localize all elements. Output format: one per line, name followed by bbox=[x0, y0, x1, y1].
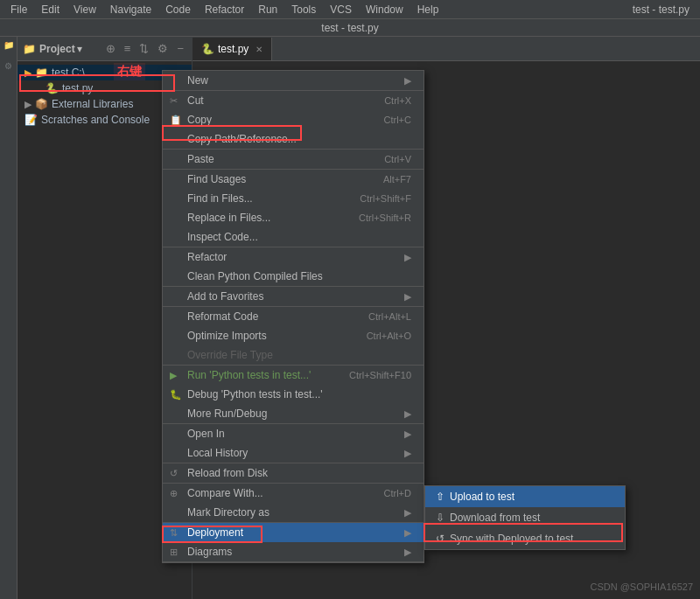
diagrams-label: Diagrams bbox=[187, 546, 232, 558]
minimize-icon[interactable]: − bbox=[174, 41, 186, 56]
upload-label: Upload to test bbox=[450, 491, 514, 503]
tree-item-scratches-label: Scratches and Console bbox=[41, 114, 150, 126]
menu-item-open-in[interactable]: Open In ▶ bbox=[163, 424, 424, 443]
local-history-label: Local History bbox=[187, 447, 248, 459]
project-dropdown-icon[interactable]: ▾ bbox=[77, 43, 82, 55]
sort-icon[interactable]: ⇅ bbox=[136, 41, 151, 56]
tab-test-py[interactable]: 🐍 test.py ✕ bbox=[192, 38, 272, 60]
ext-folder-arrow: ▶ bbox=[24, 99, 32, 110]
python-file-icon: 🐍 bbox=[46, 82, 59, 94]
context-menu-section-11: ⊕ Compare With... Ctrl+D Mark Directory … bbox=[163, 484, 424, 523]
context-menu-section-8: ▶ Run 'Python tests in test...' Ctrl+Shi… bbox=[163, 366, 424, 424]
menu-item-inspect-code[interactable]: Inspect Code... bbox=[163, 227, 424, 247]
run-tests-label: Run 'Python tests in test...' bbox=[187, 369, 311, 381]
sync-icon: ↺ bbox=[436, 533, 444, 545]
project-title: 📁 bbox=[23, 43, 36, 55]
menu-item-refactor[interactable]: Refactor ▶ bbox=[163, 247, 424, 267]
menu-item-new[interactable]: New ▶ bbox=[163, 71, 424, 90]
menu-item-cut[interactable]: ✂ Cut Ctrl+X bbox=[163, 91, 424, 110]
copy-shortcut: Ctrl+C bbox=[384, 115, 411, 125]
find-usages-shortcut: Alt+F7 bbox=[383, 174, 411, 185]
context-menu-section-9: Open In ▶ Local History ▶ bbox=[163, 424, 424, 463]
menu-item-mark-directory[interactable]: Mark Directory as ▶ bbox=[163, 503, 424, 522]
find-usages-label: Find Usages bbox=[187, 173, 246, 185]
collapse-icon[interactable]: ≡ bbox=[122, 41, 134, 56]
menu-item-optimize-imports[interactable]: Optimize Imports Ctrl+Alt+O bbox=[163, 326, 424, 345]
settings-icon[interactable]: ⚙ bbox=[155, 41, 171, 56]
upload-icon: ⇧ bbox=[436, 491, 444, 503]
sidebar-project-icon[interactable]: 📁 bbox=[2, 40, 16, 54]
menu-item-reload-disk[interactable]: ↺ Reload from Disk bbox=[163, 463, 424, 483]
menu-item-paste[interactable]: Paste Ctrl+V bbox=[163, 150, 424, 169]
menu-vcs[interactable]: VCS bbox=[323, 2, 359, 17]
submenu-item-download[interactable]: ⇩ Download from test bbox=[425, 507, 625, 528]
menu-item-deployment[interactable]: ⇅ Deployment ▶ bbox=[163, 523, 424, 542]
context-menu-section-3: Paste Ctrl+V bbox=[163, 150, 424, 170]
sync-label: Sync with Deployed to test bbox=[450, 533, 573, 545]
menu-tools[interactable]: Tools bbox=[284, 2, 323, 17]
titlebar: test - test.py bbox=[0, 19, 700, 37]
menu-item-diagrams[interactable]: ⊞ Diagrams ▶ bbox=[163, 542, 424, 561]
menu-run[interactable]: Run bbox=[251, 2, 284, 17]
sidebar-icons: 📁 ⚙ bbox=[0, 37, 18, 599]
tab-close-icon[interactable]: ✕ bbox=[256, 45, 262, 54]
menu-file[interactable]: File bbox=[4, 2, 34, 17]
menu-item-debug-tests[interactable]: 🐛 Debug 'Python tests in test...' bbox=[163, 385, 424, 404]
menu-item-clean-compiled[interactable]: Clean Python Compiled Files bbox=[163, 267, 424, 286]
menubar: File Edit View Navigate Code Refactor Ru… bbox=[0, 0, 700, 19]
open-in-label: Open In bbox=[187, 428, 225, 440]
menu-code[interactable]: Code bbox=[158, 2, 198, 17]
context-menu-section-4: Find Usages Alt+F7 Find in Files... Ctrl… bbox=[163, 170, 424, 247]
inspect-code-label: Inspect Code... bbox=[187, 231, 258, 243]
menu-item-reformat-code[interactable]: Reformat Code Ctrl+Alt+L bbox=[163, 307, 424, 326]
menu-refactor[interactable]: Refactor bbox=[198, 2, 251, 17]
menu-item-replace-in-files[interactable]: Replace in Files... Ctrl+Shift+R bbox=[163, 208, 424, 227]
menu-item-local-history[interactable]: Local History ▶ bbox=[163, 443, 424, 463]
diagrams-icon: ⊞ bbox=[170, 547, 178, 558]
sidebar-structure-icon[interactable]: ⚙ bbox=[2, 61, 16, 75]
menu-item-add-favorites[interactable]: Add to Favorites ▶ bbox=[163, 287, 424, 306]
reload-icon: ↺ bbox=[170, 468, 178, 479]
deployment-arrow: ▶ bbox=[404, 527, 411, 539]
folder-icon: ▶ bbox=[24, 67, 32, 79]
add-favorites-arrow: ▶ bbox=[404, 291, 411, 303]
copy-label: Copy bbox=[187, 114, 212, 126]
copy-path-label: Copy Path/Reference... bbox=[187, 133, 297, 145]
find-in-files-shortcut: Ctrl+Shift+F bbox=[360, 193, 411, 204]
menu-item-find-usages[interactable]: Find Usages Alt+F7 bbox=[163, 170, 424, 189]
add-favorites-label: Add to Favorites bbox=[187, 290, 263, 303]
menu-navigate[interactable]: Navigate bbox=[103, 2, 158, 17]
local-history-arrow: ▶ bbox=[404, 448, 411, 459]
tree-item-ext-label: External Libraries bbox=[52, 98, 133, 110]
submenu-item-sync[interactable]: ↺ Sync with Deployed to test bbox=[425, 528, 625, 549]
menu-item-find-in-files[interactable]: Find in Files... Ctrl+Shift+F bbox=[163, 189, 424, 208]
locate-icon[interactable]: ⊕ bbox=[103, 41, 118, 56]
menu-help[interactable]: Help bbox=[410, 2, 446, 17]
override-file-type-label: Override File Type bbox=[187, 349, 273, 361]
menu-item-compare-with[interactable]: ⊕ Compare With... Ctrl+D bbox=[163, 484, 424, 503]
diagrams-arrow: ▶ bbox=[404, 547, 411, 558]
menu-view[interactable]: View bbox=[66, 2, 103, 17]
compare-with-shortcut: Ctrl+D bbox=[384, 488, 411, 498]
submenu-item-upload[interactable]: ⇧ Upload to test bbox=[425, 486, 625, 507]
run-tests-shortcut: Ctrl+Shift+F10 bbox=[349, 370, 411, 380]
context-menu-section-10: ↺ Reload from Disk bbox=[163, 463, 424, 484]
menu-edit[interactable]: Edit bbox=[34, 2, 66, 17]
new-label: New bbox=[187, 74, 208, 87]
optimize-imports-label: Optimize Imports bbox=[187, 330, 267, 342]
menu-item-run-tests[interactable]: ▶ Run 'Python tests in test...' Ctrl+Shi… bbox=[163, 366, 424, 385]
refactor-arrow: ▶ bbox=[404, 252, 411, 263]
reload-disk-label: Reload from Disk bbox=[187, 467, 268, 479]
copy-icon: 📋 bbox=[170, 115, 182, 126]
cut-icon: ✂ bbox=[170, 95, 178, 107]
menu-window[interactable]: Window bbox=[359, 2, 410, 17]
context-menu-section-7: Reformat Code Ctrl+Alt+L Optimize Import… bbox=[163, 307, 424, 366]
menu-item-copy-path[interactable]: Copy Path/Reference... bbox=[163, 129, 424, 149]
menu-item-copy[interactable]: 📋 Copy Ctrl+C bbox=[163, 110, 424, 129]
deployment-label: Deployment bbox=[187, 526, 243, 539]
panel-toolbar: ⊕ ≡ ⇅ ⚙ − bbox=[103, 41, 186, 56]
watermark: CSDN @SOPHIA16527 bbox=[590, 582, 693, 592]
menu-item-more-run[interactable]: More Run/Debug ▶ bbox=[163, 404, 424, 423]
cut-label: Cut bbox=[187, 94, 204, 107]
tree-item-test-label: test C:\... bbox=[52, 66, 94, 79]
